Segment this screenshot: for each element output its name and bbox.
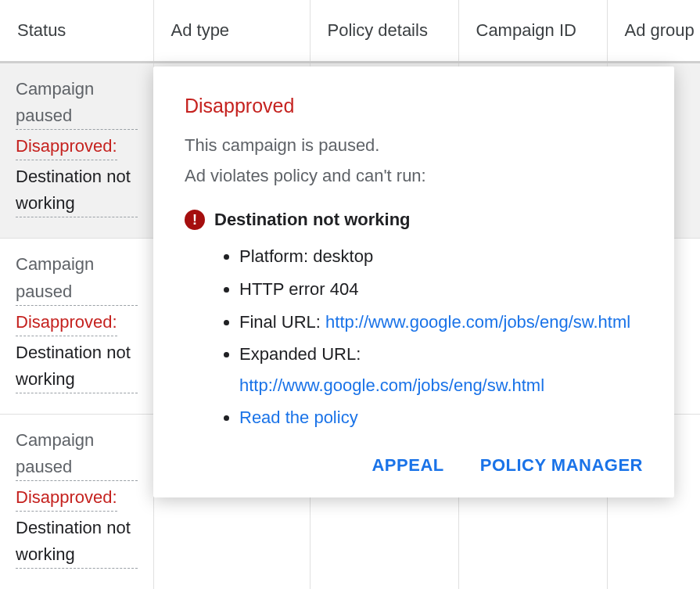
status-detail: Destination not working xyxy=(16,163,138,217)
status-detail: Destination not working xyxy=(16,515,138,569)
reason-expanded-url: Expanded URL: http://www.google.com/jobs… xyxy=(239,339,643,400)
tooltip-line2: Ad violates policy and can't run: xyxy=(185,162,643,189)
read-policy-link[interactable]: Read the policy xyxy=(239,408,358,427)
tooltip-title: Disapproved xyxy=(185,95,643,117)
status-detail: Destination not working xyxy=(16,339,138,393)
reason-http: HTTP error 404 xyxy=(239,274,643,305)
status-disapproved: Disapproved: xyxy=(16,133,117,160)
col-campaign-id[interactable]: Campaign ID xyxy=(458,0,607,63)
col-status[interactable]: Status xyxy=(0,0,153,63)
col-policy-details[interactable]: Policy details xyxy=(310,0,458,63)
error-icon: ! xyxy=(185,210,205,230)
expanded-url-link[interactable]: http://www.google.com/jobs/eng/sw.html xyxy=(239,375,544,395)
col-ad-type[interactable]: Ad type xyxy=(153,0,310,63)
reason-platform: Platform: desktop xyxy=(239,241,643,272)
final-url-link[interactable]: http://www.google.com/jobs/eng/sw.html xyxy=(325,312,630,332)
policy-tooltip: Disapproved This campaign is paused. Ad … xyxy=(153,66,674,497)
status-disapproved: Disapproved: xyxy=(16,309,117,336)
status-disapproved: Disapproved: xyxy=(16,484,117,512)
status-paused: Campaign paused xyxy=(16,251,138,305)
status-paused: Campaign paused xyxy=(16,427,138,481)
status-paused: Campaign paused xyxy=(16,76,138,130)
reason-final-url: Final URL: http://www.google.com/jobs/en… xyxy=(239,307,643,338)
policy-manager-button[interactable]: POLICY MANAGER xyxy=(480,455,643,476)
tooltip-line1: This campaign is paused. xyxy=(185,131,643,159)
appeal-button[interactable]: APPEAL xyxy=(372,455,443,476)
policy-reasons: Platform: desktop HTTP error 404 Final U… xyxy=(185,241,643,433)
reason-read-policy: Read the policy xyxy=(239,402,643,433)
col-ad-group[interactable]: Ad group xyxy=(607,0,700,63)
table-header-row: Status Ad type Policy details Campaign I… xyxy=(0,0,700,63)
policy-name: Destination not working xyxy=(214,210,411,230)
